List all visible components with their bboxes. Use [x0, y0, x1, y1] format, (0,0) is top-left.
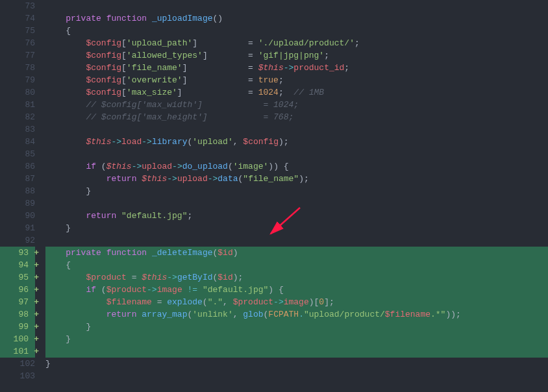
code-line[interactable]: // $config['max_width'] = 1024; — [45, 99, 548, 111]
code-line[interactable]: { — [45, 259, 548, 271]
line-number: 98+ — [0, 308, 35, 321]
diff-added-icon: + — [34, 284, 39, 296]
code-line[interactable]: } — [45, 358, 548, 370]
code-line[interactable]: private function _uploadImage() — [45, 12, 548, 25]
line-number: 92 — [0, 234, 35, 247]
diff-added-icon: + — [34, 321, 39, 333]
line-number: 79 — [0, 74, 35, 86]
code-line[interactable]: $config['file_name'] = $this->product_id… — [45, 62, 548, 74]
line-number: 87 — [0, 173, 35, 185]
diff-added-icon: + — [34, 247, 39, 259]
code-line[interactable]: private function _deleteImage($id) — [45, 247, 548, 259]
code-line[interactable] — [45, 0, 548, 12]
line-number: 101+ — [0, 345, 35, 358]
code-line[interactable]: $config['max_size'] = 1024; // 1MB — [45, 86, 548, 99]
line-number: 82 — [0, 111, 35, 123]
line-number-gutter: 7374757677787980818283848586878889909192… — [0, 0, 40, 392]
line-number: 103 — [0, 370, 35, 382]
line-number: 91 — [0, 222, 35, 234]
line-number: 74 — [0, 12, 35, 25]
line-number: 96+ — [0, 284, 35, 296]
code-line[interactable] — [45, 345, 548, 358]
line-number: 85 — [0, 148, 35, 160]
code-area[interactable]: private function _uploadImage() { $confi… — [40, 0, 548, 392]
code-line[interactable] — [45, 197, 548, 210]
code-line[interactable]: $config['upload_path'] = './upload/produ… — [45, 37, 548, 49]
code-line[interactable]: return array_map('unlink', glob(FCPATH."… — [45, 308, 548, 321]
diff-added-icon: + — [34, 333, 39, 345]
code-line[interactable]: $config['overwrite'] = true; — [45, 74, 548, 86]
code-line[interactable]: // $config['max_height'] = 768; — [45, 111, 548, 123]
code-line[interactable]: if ($product->image != "default.jpg") { — [45, 284, 548, 296]
line-number: 86 — [0, 160, 35, 173]
line-number: 88 — [0, 185, 35, 197]
diff-added-icon: + — [34, 345, 39, 358]
code-line[interactable] — [45, 123, 548, 136]
code-line[interactable]: if ($this->upload->do_upload('image')) { — [45, 160, 548, 173]
line-number: 102 — [0, 358, 35, 370]
code-line[interactable]: return $this->upload->data("file_name"); — [45, 173, 548, 185]
code-line[interactable]: } — [45, 333, 548, 345]
code-line[interactable]: $config['allowed_types'] = 'gif|jpg|png'… — [45, 49, 548, 62]
code-line[interactable]: return "default.jpg"; — [45, 210, 548, 222]
code-line[interactable]: $product = $this->getById($id); — [45, 271, 548, 284]
line-number: 100+ — [0, 333, 35, 345]
line-number: 80 — [0, 86, 35, 99]
line-number: 83 — [0, 123, 35, 136]
code-line[interactable] — [45, 148, 548, 160]
code-line[interactable]: $filename = explode(".", $product->image… — [45, 296, 548, 308]
line-number: 81 — [0, 99, 35, 111]
diff-added-icon: + — [34, 296, 39, 308]
code-line[interactable] — [45, 370, 548, 382]
code-line[interactable]: { — [45, 25, 548, 37]
line-number: 93+ — [0, 247, 35, 259]
line-number: 89 — [0, 197, 35, 210]
diff-added-icon: + — [34, 308, 39, 321]
line-number: 94+ — [0, 259, 35, 271]
line-number: 95+ — [0, 271, 35, 284]
line-number: 77 — [0, 49, 35, 62]
diff-added-icon: + — [34, 259, 39, 271]
line-number: 90 — [0, 210, 35, 222]
code-line[interactable]: } — [45, 321, 548, 333]
line-number: 78 — [0, 62, 35, 74]
line-number: 84 — [0, 136, 35, 148]
code-line[interactable] — [45, 234, 548, 247]
diff-added-icon: + — [34, 271, 39, 284]
line-number: 99+ — [0, 321, 35, 333]
code-line[interactable]: } — [45, 222, 548, 234]
line-number: 73 — [0, 0, 35, 12]
code-editor[interactable]: 7374757677787980818283848586878889909192… — [0, 0, 548, 392]
line-number: 97+ — [0, 296, 35, 308]
code-line[interactable]: } — [45, 185, 548, 197]
code-line[interactable]: $this->load->library('upload', $config); — [45, 136, 548, 148]
line-number: 76 — [0, 37, 35, 49]
line-number: 75 — [0, 25, 35, 37]
